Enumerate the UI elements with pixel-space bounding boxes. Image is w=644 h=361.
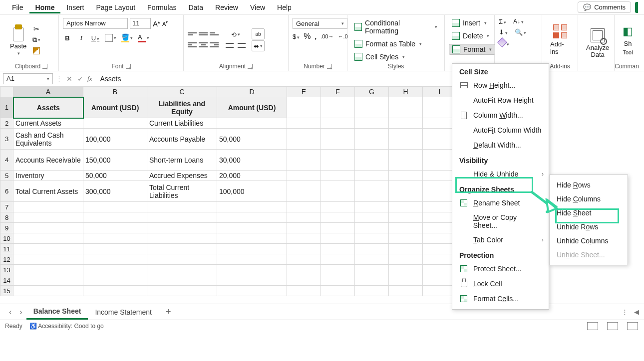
increase-decimal-button[interactable]: .00→ xyxy=(321,33,333,39)
select-all-corner[interactable] xyxy=(0,87,13,97)
row-header[interactable]: 7 xyxy=(0,202,13,212)
view-page-break-button[interactable] xyxy=(627,322,638,330)
cell[interactable]: Total Current Liabilities xyxy=(147,181,217,202)
row-header[interactable]: 1 xyxy=(0,97,13,118)
accounting-format-button[interactable]: $▾ xyxy=(293,33,300,40)
fill-color-button[interactable]: 🪣▾ xyxy=(121,33,133,43)
cell[interactable] xyxy=(13,202,83,212)
autosum-button[interactable]: Σ▾ xyxy=(499,18,506,25)
cell[interactable] xyxy=(147,223,217,233)
copy-button[interactable]: ⧉▾ xyxy=(31,35,41,45)
bold-button[interactable]: B xyxy=(63,34,72,42)
cell[interactable]: Accounts Payable xyxy=(147,129,217,150)
align-right-button[interactable] xyxy=(210,40,219,49)
col-header-C[interactable]: C xyxy=(147,87,217,97)
col-header-B[interactable]: B xyxy=(83,87,147,97)
cell[interactable] xyxy=(217,202,287,212)
row-header[interactable]: 13 xyxy=(0,265,13,275)
menu-autofit-row[interactable]: AutoFit Row Height xyxy=(452,93,549,108)
cell[interactable]: Short-term Loans xyxy=(147,150,217,171)
wrap-text-button[interactable]: ab xyxy=(252,28,265,39)
scroll-left-button[interactable]: ◀ xyxy=(634,308,639,316)
font-size-select[interactable]: 11 xyxy=(130,18,151,29)
number-format-select[interactable]: General▾ xyxy=(293,18,347,29)
cell[interactable] xyxy=(287,233,321,244)
submenu-hide-sheet[interactable]: Hide Sheet xyxy=(550,206,635,220)
col-header-E[interactable]: E xyxy=(287,87,321,97)
shrink-font-button[interactable]: A▾ xyxy=(162,20,168,27)
cell[interactable] xyxy=(217,254,287,265)
sheet-tab-income[interactable]: Income Statement xyxy=(88,305,159,319)
row-header[interactable]: 8 xyxy=(0,212,13,223)
cell[interactable] xyxy=(355,223,389,233)
row-header[interactable]: 9 xyxy=(0,223,13,233)
tab-prev-button[interactable]: ‹ xyxy=(5,308,15,317)
find-button[interactable]: 🔍▾ xyxy=(515,28,526,36)
decrease-indent-button[interactable] xyxy=(225,40,235,50)
format-cells-button[interactable]: Format▾ xyxy=(449,44,495,55)
cell[interactable] xyxy=(287,254,321,265)
col-header-F[interactable]: F xyxy=(321,87,355,97)
share-tools-button[interactable]: ◧ShTool xyxy=(619,25,637,55)
dialog-launcher-icon[interactable] xyxy=(126,64,131,69)
formula-value[interactable]: Assets xyxy=(95,75,121,83)
insert-cells-button[interactable]: Insert▾ xyxy=(449,18,490,28)
cell[interactable] xyxy=(147,233,217,244)
submenu-unhide-rows[interactable]: Unhide Rows xyxy=(550,220,635,234)
cell[interactable]: 100,000 xyxy=(217,181,287,202)
dialog-launcher-icon[interactable] xyxy=(248,64,253,69)
cell[interactable] xyxy=(83,244,147,254)
cut-button[interactable]: ✂ xyxy=(31,24,41,34)
cell[interactable] xyxy=(287,244,321,254)
cell[interactable]: Accrued Expenses xyxy=(147,171,217,181)
cell[interactable]: Total Current Assets xyxy=(13,181,83,202)
cell[interactable] xyxy=(287,275,321,286)
cell[interactable] xyxy=(287,286,321,296)
row-header[interactable]: 3 xyxy=(0,129,13,150)
cell[interactable] xyxy=(321,286,355,296)
dialog-launcher-icon[interactable] xyxy=(42,64,47,69)
sort-filter-button[interactable]: A↓▾ xyxy=(513,18,524,25)
menu-rename-sheet[interactable]: Rename Sheet xyxy=(452,195,549,210)
menu-default-width[interactable]: Default Width... xyxy=(452,138,549,153)
cell[interactable] xyxy=(83,233,147,244)
clear-button[interactable] xyxy=(497,37,507,47)
cell[interactable]: 20,000 xyxy=(217,171,287,181)
col-header-H[interactable]: H xyxy=(389,87,423,97)
submenu-unhide-columns[interactable]: Unhide Columns xyxy=(550,234,635,248)
cell[interactable] xyxy=(147,275,217,286)
menu-help[interactable]: Help xyxy=(271,1,298,13)
cell[interactable] xyxy=(13,254,83,265)
cancel-formula-button[interactable]: ✕ xyxy=(65,75,73,83)
add-sheet-button[interactable]: + xyxy=(159,304,178,320)
orientation-button[interactable]: ⟲▾ xyxy=(225,29,247,39)
cell[interactable] xyxy=(389,254,423,265)
cell[interactable] xyxy=(147,265,217,275)
share-strip[interactable] xyxy=(635,2,638,13)
align-middle-button[interactable] xyxy=(199,29,208,38)
cell[interactable] xyxy=(217,223,287,233)
cell[interactable] xyxy=(355,244,389,254)
cell[interactable] xyxy=(147,286,217,296)
cell[interactable] xyxy=(147,244,217,254)
menu-view[interactable]: View xyxy=(244,1,271,13)
cell[interactable] xyxy=(217,265,287,275)
menu-data[interactable]: Data xyxy=(182,1,209,13)
cell[interactable] xyxy=(13,286,83,296)
cell[interactable] xyxy=(217,212,287,223)
cell[interactable] xyxy=(321,212,355,223)
fx-icon[interactable]: fx xyxy=(87,75,92,83)
cell[interactable] xyxy=(355,212,389,223)
cell[interactable]: 150,000 xyxy=(83,150,147,171)
cell[interactable]: 100,000 xyxy=(83,129,147,150)
percent-button[interactable]: % xyxy=(304,32,311,41)
cell[interactable] xyxy=(355,265,389,275)
tab-next-button[interactable]: › xyxy=(15,308,26,317)
cell[interactable]: Cash and Cash Equivalents xyxy=(13,129,83,150)
cell[interactable] xyxy=(355,286,389,296)
cell[interactable]: Current Liabilities xyxy=(147,118,217,129)
menu-column-width[interactable]: Column Width... xyxy=(452,108,549,123)
cell[interactable] xyxy=(355,202,389,212)
view-normal-button[interactable] xyxy=(587,322,598,330)
addins-button[interactable]: Add-ins xyxy=(546,24,574,55)
